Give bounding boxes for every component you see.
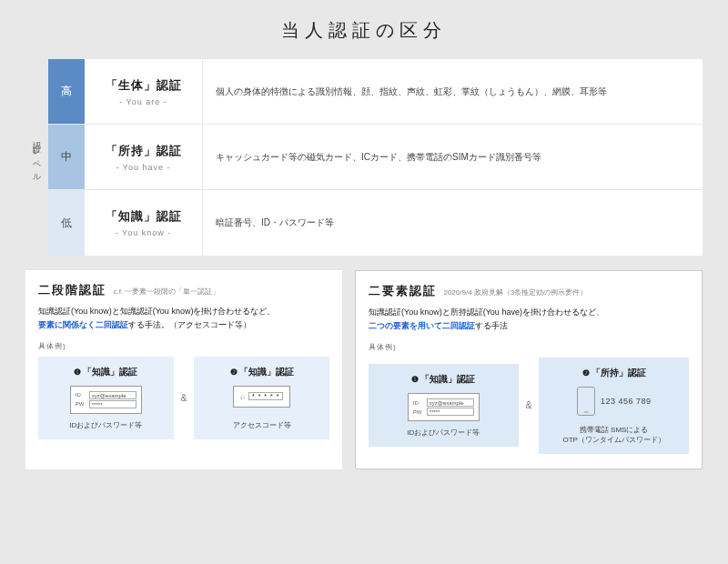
example-card-1: ❶「知識」認証 ID xyz@example PW ***** IDおよびパスワ… <box>38 357 174 439</box>
table-row-mid: 中 「所持」認証 - You have - キャッシュカード等の磁気カード、IC… <box>48 125 703 190</box>
category-description: 暗証番号、ID・パスワード等 <box>203 190 703 256</box>
table-rows: 高 「生体」認証 - You are - 個人の身体的特徴による識別情報、顔、指… <box>48 59 703 256</box>
example-label: 具体例) <box>38 341 329 351</box>
table-row-low: 低 「知識」認証 - You know - 暗証番号、ID・パスワード等 <box>48 190 703 256</box>
ampersand-separator: & <box>526 400 532 410</box>
mock-pw-row: PW ***** <box>76 400 136 408</box>
id-label: ID <box>413 400 424 406</box>
category-subtitle: - You have - <box>116 163 170 172</box>
card-caption: 携帯電話 SMSによる OTP（ワンタイムパスワード） <box>562 425 664 445</box>
desc-highlight: 二つの要素を用いて二回認証 <box>369 321 475 330</box>
card-title-text: 「知識」認証 <box>420 374 475 384</box>
panel-title: 二段階認証 <box>38 283 106 297</box>
example-card-2: ❷「所持」認証 123 456 789 携帯電話 SMSによる OTP（ワンタイ… <box>539 358 689 454</box>
pw-label: PW <box>76 401 86 407</box>
example-cards: ❶「知識」認証 ID xyz@example PW ***** IDおよびパスワ… <box>38 357 329 439</box>
level-badge-mid: 中 <box>48 125 85 189</box>
pw-label: PW <box>413 409 424 415</box>
card-title: ❷「知識」認証 <box>230 366 294 378</box>
desc-text-tail: する手法 <box>475 321 508 330</box>
mock-login-form: ID xyz@example PW ***** <box>70 386 142 414</box>
panel-note: 2020/9/4 政府見解（3条推定効の例示要件） <box>443 288 587 297</box>
category-cell: 「所持」認証 - You have - <box>85 125 203 189</box>
category-cell: 「生体」認証 - You are - <box>85 59 203 124</box>
card-title: ❶「知識」認証 <box>74 366 137 378</box>
card-title-text: 「知識」認証 <box>83 367 137 377</box>
desc-text: 知識認証(You know)と所持認証(You have)を掛け合わせるなど、 <box>369 307 604 317</box>
card-caption: アクセスコード等 <box>233 420 291 430</box>
step-number-icon: ❶ <box>74 368 81 377</box>
two-factor-panel: 二要素認証 2020/9/4 政府見解（3条推定効の例示要件） 知識認証(You… <box>355 270 703 469</box>
category-cell: 「知識」認証 - You know - <box>85 190 203 256</box>
table-row-high: 高 「生体」認証 - You are - 個人の身体的特徴による識別情報、顔、指… <box>48 59 703 125</box>
mock-id-row: ID xyz@example <box>76 391 136 399</box>
category-subtitle: - You know - <box>116 228 172 237</box>
category-subtitle: - You are - <box>119 97 167 106</box>
bottom-panels: 二段階認証 c.f. 一要素一段階の「単一認証」 知識認証(You know)と… <box>25 270 703 469</box>
example-cards: ❶「知識」認証 ID xyz@example PW ***** IDおよびパスワ… <box>369 358 689 454</box>
id-input-mock: xyz@example <box>427 398 474 407</box>
desc-highlight: 要素に関係なく二回認証 <box>38 320 128 329</box>
mock-id-row: ID xyz@example <box>413 398 474 407</box>
page-title: 当人認証の区分 <box>25 18 703 43</box>
mock-access-code: ⌕ * * * * * <box>233 386 290 408</box>
panel-description: 知識認証(You know)と所持認証(You have)を掛け合わせるなど、 … <box>369 306 689 333</box>
phone-icon <box>577 387 595 416</box>
level-badge-low: 低 <box>48 190 85 256</box>
category-description: 個人の身体的特徴による識別情報、顔、指紋、声紋、虹彩、掌紋（しょうもん）、網膜、… <box>203 59 703 124</box>
id-input-mock: xyz@example <box>89 391 136 399</box>
step-number-icon: ❶ <box>411 375 419 384</box>
vertical-axis-label: 認証レベル <box>25 59 48 256</box>
caption-line1: 携帯電話 SMSによる <box>580 426 649 434</box>
step-number-icon: ❷ <box>230 368 238 377</box>
desc-text: 知識認証(You know)と知識認証(You know)を掛け合わせるなど、 <box>38 307 275 316</box>
mock-pw-row: PW ***** <box>413 408 474 416</box>
example-label: 具体例) <box>369 342 689 352</box>
step-number-icon: ❷ <box>582 368 590 378</box>
access-code-dots: * * * * * <box>248 392 283 400</box>
desc-text-tail: する手法。（アクセスコード等） <box>128 320 251 329</box>
card-title: ❷「所持」認証 <box>582 367 646 379</box>
card-caption: IDおよびパスワード等 <box>69 420 142 430</box>
pw-input-mock: ***** <box>89 400 136 408</box>
mock-phone-otp: 123 456 789 <box>577 387 652 416</box>
auth-level-table: 認証レベル 高 「生体」認証 - You are - 個人の身体的特徴による識別… <box>25 59 703 256</box>
otp-number: 123 456 789 <box>601 397 652 406</box>
pw-input-mock: ***** <box>427 408 474 416</box>
card-title: ❶「知識」認証 <box>411 373 475 386</box>
page: 当人認証の区分 認証レベル 高 「生体」認証 - You are - 個人の身体… <box>0 0 728 486</box>
caption-line2: OTP（ワンタイムパスワード） <box>562 436 664 444</box>
panel-title: 二要素認証 <box>369 284 437 297</box>
card-title-text: 「知識」認証 <box>239 367 294 377</box>
two-step-panel: 二段階認証 c.f. 一要素一段階の「単一認証」 知識認証(You know)と… <box>25 270 342 469</box>
category-description: キャッシュカード等の磁気カード、ICカード、携帯電話のSIMカード識別番号等 <box>203 125 703 189</box>
ampersand-separator: & <box>181 393 187 403</box>
card-title-text: 「所持」認証 <box>592 368 646 378</box>
card-caption: IDおよびパスワード等 <box>407 428 480 438</box>
mock-login-form: ID xyz@example PW ***** <box>408 393 480 421</box>
panel-description: 知識認証(You know)と知識認証(You know)を掛け合わせるなど、 … <box>38 305 329 332</box>
key-icon: ⌕ <box>240 392 245 401</box>
category-title: 「所持」認証 <box>106 143 182 159</box>
example-card-2: ❷「知識」認証 ⌕ * * * * * アクセスコード等 <box>194 357 329 439</box>
id-label: ID <box>76 392 86 398</box>
category-title: 「生体」認証 <box>106 77 182 94</box>
category-title: 「知識」認証 <box>106 208 182 225</box>
panel-note: c.f. 一要素一段階の「単一認証」 <box>113 287 219 296</box>
example-card-1: ❶「知識」認証 ID xyz@example PW ***** IDおよびパスワ… <box>369 364 519 447</box>
level-badge-high: 高 <box>48 59 85 124</box>
